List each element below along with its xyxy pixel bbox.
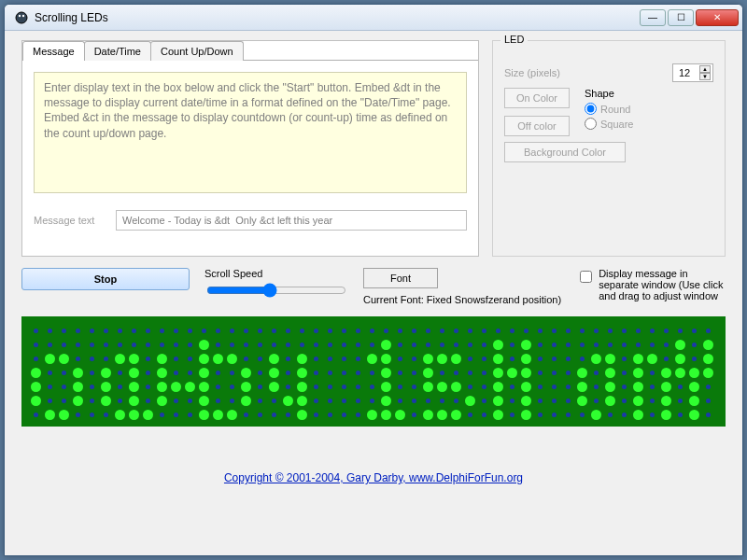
- led-dot: [381, 410, 391, 420]
- size-spinner[interactable]: ▲ ▼: [672, 63, 713, 82]
- message-tabs-panel: Message Date/Time Count Up/Down Enter di…: [21, 40, 479, 257]
- stop-button[interactable]: Stop: [21, 268, 190, 290]
- copyright-link[interactable]: Copyright © 2001-2004, Gary Darby, www.D…: [224, 471, 523, 484]
- led-dot: [31, 396, 41, 406]
- led-dot: [703, 354, 713, 364]
- led-dot: [468, 385, 472, 389]
- led-dot: [160, 343, 164, 347]
- led-dot: [524, 329, 529, 333]
- size-input[interactable]: [677, 66, 698, 79]
- background-color-button[interactable]: Background Color: [504, 142, 626, 162]
- led-dot: [230, 329, 234, 333]
- led-dot: [34, 343, 38, 347]
- led-dot: [692, 357, 697, 361]
- led-dot: [45, 410, 55, 420]
- led-dot: [199, 410, 209, 420]
- current-font-label: Current Font: Fixed Snowsfzerand positio…: [363, 294, 561, 305]
- led-dot: [146, 329, 150, 333]
- led-dot: [675, 368, 685, 378]
- led-dot: [661, 396, 671, 406]
- led-dot: [454, 371, 458, 375]
- led-dot: [510, 343, 514, 347]
- led-dot: [468, 357, 472, 361]
- message-text-input[interactable]: [116, 210, 467, 231]
- led-dot: [566, 399, 571, 403]
- led-dot: [412, 385, 416, 389]
- led-dot: [426, 329, 430, 333]
- led-dot: [367, 410, 377, 420]
- shape-square-radio[interactable]: Square: [585, 118, 633, 130]
- separate-window-input[interactable]: [580, 271, 592, 283]
- led-dot: [146, 399, 150, 403]
- led-dot: [90, 385, 94, 389]
- led-dot: [118, 371, 122, 375]
- led-dot: [157, 382, 167, 392]
- led-dot: [689, 396, 699, 406]
- titlebar[interactable]: Scrolling LEDs — ☐ ✕: [5, 5, 742, 31]
- led-dot: [482, 343, 486, 347]
- led-dot: [594, 371, 599, 375]
- led-dot: [678, 399, 683, 403]
- led-dot: [622, 329, 627, 333]
- instructions-text: Enter display text in the box below and …: [34, 72, 467, 193]
- led-dot: [482, 371, 486, 375]
- tab-countupdown[interactable]: Count Up/Down: [150, 41, 244, 61]
- size-up-button[interactable]: ▲: [699, 65, 711, 73]
- led-dot: [650, 399, 655, 403]
- led-dot: [286, 371, 290, 375]
- led-dot: [90, 343, 94, 347]
- led-dot: [384, 329, 388, 333]
- led-dot: [381, 354, 391, 364]
- separate-window-checkbox[interactable]: Display message in separate window (Use …: [576, 268, 726, 301]
- led-dot: [678, 385, 683, 389]
- led-dot: [328, 329, 332, 333]
- led-dot: [437, 382, 447, 392]
- led-dot: [692, 329, 697, 333]
- app-window: Scrolling LEDs — ☐ ✕ Message Date/Time C…: [4, 4, 743, 556]
- off-color-button[interactable]: Off color: [504, 116, 570, 136]
- minimize-button[interactable]: —: [640, 9, 666, 26]
- shape-round-input[interactable]: [585, 103, 597, 115]
- maximize-button[interactable]: ☐: [668, 9, 694, 26]
- led-dot: [244, 413, 248, 417]
- led-dot: [297, 368, 307, 378]
- led-dot: [199, 354, 209, 364]
- close-button[interactable]: ✕: [696, 9, 739, 26]
- led-dot: [342, 329, 346, 333]
- led-dot: [636, 343, 641, 347]
- led-dot: [76, 329, 80, 333]
- led-dot: [258, 357, 262, 361]
- message-text-label: Message text: [34, 215, 108, 226]
- led-dot: [440, 343, 444, 347]
- size-down-button[interactable]: ▼: [699, 73, 711, 80]
- led-dot: [188, 413, 192, 417]
- scroll-speed-label: Scroll Speed: [204, 268, 348, 279]
- tab-message[interactable]: Message: [22, 41, 85, 61]
- led-dot: [297, 382, 307, 392]
- led-dot: [272, 343, 276, 347]
- led-dot: [692, 343, 697, 347]
- led-dot: [398, 371, 402, 375]
- led-dot: [45, 354, 55, 364]
- led-dot: [90, 357, 94, 361]
- led-dot: [493, 382, 503, 392]
- led-dot: [216, 371, 220, 375]
- scroll-speed-slider[interactable]: [206, 283, 346, 298]
- led-dot: [412, 343, 416, 347]
- led-dot: [342, 413, 346, 417]
- led-dot: [493, 354, 503, 364]
- led-dot: [465, 396, 475, 406]
- tab-datetime[interactable]: Date/Time: [84, 41, 151, 61]
- led-dot: [594, 329, 599, 333]
- on-color-button[interactable]: On Color: [504, 88, 570, 108]
- led-dot: [118, 329, 122, 333]
- led-dot: [286, 413, 290, 417]
- led-dot: [328, 413, 332, 417]
- led-dot: [286, 329, 290, 333]
- shape-square-input[interactable]: [585, 118, 597, 130]
- led-dot: [552, 329, 557, 333]
- led-dot: [678, 413, 683, 417]
- led-dot: [213, 354, 223, 364]
- font-button[interactable]: Font: [363, 268, 438, 288]
- shape-round-radio[interactable]: Round: [585, 103, 633, 115]
